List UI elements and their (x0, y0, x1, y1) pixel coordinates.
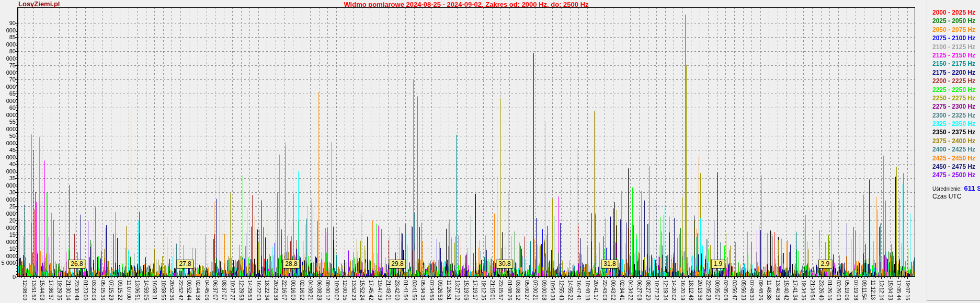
legend-entry: 2250 - 2275 Hz (932, 94, 980, 102)
legend-entry: 2400 - 2425 Hz (932, 145, 980, 154)
x-tick-label: 05:34:36 (420, 280, 426, 300)
x-tick-label: 22:05:28 (705, 280, 711, 300)
x-tick-label: 21:34:54 (810, 280, 815, 300)
y-tick-label: 80 000 (0, 48, 16, 55)
x-tick-label: 17:05:44 (896, 280, 902, 300)
x-tick-label: 10:37:27 (230, 280, 235, 300)
x-tick-label: 17:19:17 (472, 280, 478, 300)
legend-entry: 2025 - 2050 Hz (932, 17, 980, 25)
x-tick-label: 12:55:43 (559, 280, 564, 300)
x-tick-label: 06:37:07 (212, 280, 218, 300)
x-tick-label: 03:56:47 (732, 280, 737, 300)
x-tick-label: 23:42:00 (394, 280, 400, 300)
x-tick-label: 10:54:38 (550, 280, 555, 300)
x-tick-label: 06:08:28 (316, 280, 322, 300)
x-tick-label: 15:44:03 (39, 280, 45, 300)
x-tick-label: 17:36:37 (48, 280, 54, 300)
x-tick-label: 02:34:41 (619, 280, 625, 300)
y-tick-label: 60 000 (0, 104, 16, 111)
averaging-label: Uśrednienie: (932, 186, 962, 192)
x-tick-label: 11:07:00 (126, 280, 132, 300)
x-tick-label: 14:29:53 (247, 280, 253, 300)
x-tick-label: 08:37:07 (221, 280, 227, 300)
x-tick-label: 08:00:12 (325, 280, 331, 300)
y-tick-label: 0 (0, 273, 16, 281)
x-tick-label: 21:15:01 (489, 280, 495, 300)
legend-entry: 2075 - 2100 Hz (932, 34, 980, 42)
legend-entry: 2275 - 2300 Hz (932, 102, 980, 111)
x-tick-label: 20:23:38 (273, 280, 279, 300)
x-tick-label: 16:20:19 (680, 280, 686, 300)
x-tick-label: 19:29:35 (56, 280, 62, 300)
legend-entry: 2325 - 2350 Hz (932, 120, 980, 128)
x-tick-label: 13:52:23 (351, 280, 357, 300)
x-tick-label: 15:52:24 (359, 280, 365, 300)
averaging-info: Uśrednienie: 611 Sek (932, 183, 980, 193)
y-tick-label: 40 000 (0, 160, 16, 168)
x-tick-label: 09:48:26 (758, 280, 764, 300)
y-tick-label: 55 000 (0, 118, 16, 125)
x-tick-label: 15:40:42 (783, 280, 789, 300)
x-tick-label: 07:00:21 (532, 280, 538, 300)
legend-entry: 2150 - 2175 Hz (932, 60, 980, 68)
x-tick-label: 07:34:56 (429, 280, 435, 300)
legend-entry: 2475 - 2500 Hz (932, 171, 980, 179)
x-tick-label: 03:41:56 (412, 280, 417, 300)
x-tick-label: 05:15:36 (100, 280, 106, 300)
x-tick-label: 18:22:34 (264, 280, 270, 300)
y-tick-label: 70 000 (0, 76, 16, 83)
y-tick-label: 30 000 (0, 189, 16, 196)
legend-entry: 2225 - 2250 Hz (932, 86, 980, 94)
x-tick-label: 13:12:14 (879, 280, 884, 300)
legend-entry: 2125 - 2150 Hz (932, 51, 980, 60)
x-tick-label: 16:59:11 (152, 280, 157, 300)
y-tick-label: 90 000 (0, 19, 16, 27)
x-tick-label: 19:12:35 (481, 280, 486, 300)
x-tick-label: 13:51:52 (31, 280, 37, 300)
x-tick-label: 17:41:34 (792, 280, 798, 300)
legend-entry: 2300 - 2325 Hz (932, 111, 980, 120)
y-tick-label: 65 000 (0, 90, 16, 97)
x-tick-label: 18:59:55 (161, 280, 166, 300)
x-tick-label: 00:05:07 (714, 280, 720, 300)
x-tick-label: 01:41:54 (403, 280, 408, 300)
x-tick-label: 00:43:02 (610, 280, 616, 300)
x-tick-label: 14:20:02 (671, 280, 677, 300)
x-tick-label: 22:43:03 (602, 280, 608, 300)
x-tick-label: 19:34:36 (801, 280, 806, 300)
day-annotation: 31.8 (601, 260, 618, 269)
legend-entry: 2100 - 2125 Hz (932, 43, 980, 51)
x-tick-label: 13:06:51 (134, 280, 140, 300)
x-tick-label: 15:04:33 (887, 280, 893, 300)
day-annotation: 26.8 (68, 260, 85, 269)
y-tick-label: 15 000 (0, 231, 16, 238)
x-tick-label: 23:26:40 (818, 280, 824, 300)
day-annotation: 27.8 (176, 260, 193, 269)
x-tick-label: 12:08:00 (22, 280, 28, 300)
x-tick-label: 10:00:02 (334, 280, 339, 300)
y-tick-label: 50 000 (0, 132, 16, 139)
x-tick-label: 22:52:42 (178, 280, 184, 300)
day-annotation: 29.8 (389, 260, 406, 269)
day-annotation: 2.9 (818, 260, 833, 269)
x-tick-label: 03:23:03 (91, 280, 97, 300)
x-tick-label: 14:55:22 (567, 280, 573, 300)
x-tick-label: 13:40:38 (775, 280, 781, 300)
x-tick-label: 16:47:41 (576, 280, 582, 300)
spectrum-chart: LosyZiemi.pl Widmo pomiarowe 2024-08-25 … (0, 0, 980, 303)
x-tick-label: 01:08:26 (507, 280, 512, 300)
x-tick-label: 03:26:03 (836, 280, 841, 300)
y-tick-label: 45 000 (0, 146, 16, 154)
x-tick-label: 12:29:58 (238, 280, 244, 300)
x-tick-label: 04:08:21 (307, 280, 313, 300)
spectrum-plot-canvas (0, 0, 980, 303)
timezone-label: Czas UTC (932, 193, 961, 200)
x-tick-label: 14:59:05 (143, 280, 149, 300)
legend-entry: 2350 - 2375 Hz (932, 128, 980, 136)
x-tick-label: 05:19:06 (844, 280, 850, 300)
y-tick-label: 20 000 (0, 217, 16, 224)
x-tick-label: 04:45:06 (204, 280, 210, 300)
x-tick-label: 09:11:54 (861, 280, 867, 300)
x-tick-label: 21:49:21 (385, 280, 391, 300)
x-tick-label: 20:13:36 (697, 280, 703, 300)
